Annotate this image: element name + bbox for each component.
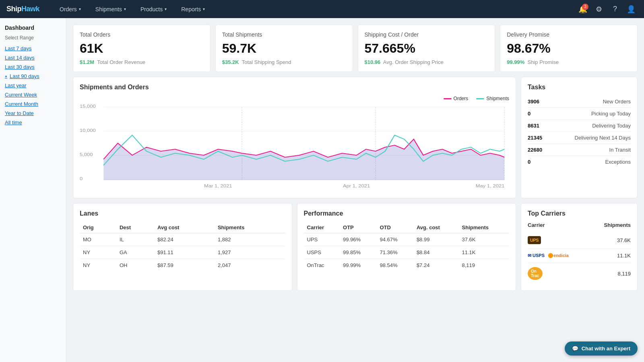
chat-label: Chat with an Expert bbox=[582, 346, 630, 352]
delivery-promise-title: Delivery Promise bbox=[507, 31, 631, 38]
sidebar-dashboard-title: Dashboard bbox=[5, 25, 61, 31]
products-chevron-icon: ▾ bbox=[165, 7, 167, 11]
sidebar-link-last-90-days[interactable]: Last 90 days bbox=[5, 72, 61, 81]
perf-col-shipments: Shipments bbox=[459, 222, 509, 233]
reports-chevron-icon: ▾ bbox=[203, 7, 205, 11]
task-label: Picking up Today bbox=[591, 111, 631, 117]
shipping-cost-sub-value: $10.96 bbox=[365, 59, 381, 65]
task-row: 0Exceptions bbox=[528, 156, 631, 168]
sidebar-link-current-week[interactable]: Current Week bbox=[5, 90, 61, 99]
app-logo: ShipHawk bbox=[6, 5, 39, 13]
perf-tbody: UPS99.96%94.67%$8.9937.6KUSPS99.85%71.36… bbox=[304, 233, 510, 272]
lanes-title: Lanes bbox=[80, 210, 285, 217]
app-body: Dashboard Select Range Last 7 daysLast 1… bbox=[0, 18, 644, 362]
total-orders-sub: $1.2M Total Order Revenue bbox=[80, 59, 204, 65]
chart-title: Shipments and Orders bbox=[80, 84, 509, 91]
shipments-chevron-icon: ▾ bbox=[124, 7, 126, 11]
task-row: 21345Delivering Next 14 Days bbox=[528, 132, 631, 144]
perf-col-otp: OTP bbox=[340, 222, 376, 233]
task-count: 0 bbox=[528, 159, 530, 165]
shipping-cost-sub: $10.96 Avg. Order Shipping Price bbox=[365, 59, 489, 65]
sidebar-range-label: Select Range bbox=[5, 35, 61, 41]
lanes-tbody: MOIL$82.241,882NYGA$91.111,927NYOH$87.59… bbox=[80, 233, 285, 272]
total-shipments-card: Total Shipments 59.7K $35.2K Total Shipp… bbox=[215, 25, 353, 72]
perf-col-avgcost: Avg. cost bbox=[413, 222, 459, 233]
orders-legend-label: Orders bbox=[454, 96, 469, 101]
nav-reports[interactable]: Reports ▾ bbox=[174, 0, 212, 18]
user-button[interactable]: 👤 bbox=[625, 3, 638, 16]
nav-orders[interactable]: Orders ▾ bbox=[52, 0, 88, 18]
total-shipments-sub-label: Total Shipping Spend bbox=[242, 59, 291, 65]
usps-text: ✉ USPS bbox=[528, 253, 545, 258]
sidebar-link-all-time[interactable]: All time bbox=[5, 118, 61, 127]
delivery-promise-sub: 99.99% Ship Promise bbox=[507, 59, 631, 65]
middle-row: Shipments and Orders Orders Shipments 15… bbox=[73, 77, 638, 198]
task-row: 8631Delivering Today bbox=[528, 120, 631, 132]
sidebar-links: Last 7 daysLast 14 daysLast 30 daysLast … bbox=[5, 44, 61, 127]
nav-icon-group: 🔔 3 ⚙ ? 👤 bbox=[576, 3, 638, 16]
lanes-col-avgcost: Avg cost bbox=[154, 222, 215, 233]
table-row: MOIL$82.241,882 bbox=[80, 233, 285, 246]
task-label: Exceptions bbox=[605, 159, 631, 165]
svg-text:May 1, 2021: May 1, 2021 bbox=[476, 183, 505, 189]
usps-shipments: 11.1K bbox=[617, 253, 631, 259]
sidebar-link-current-month[interactable]: Current Month bbox=[5, 99, 61, 109]
carrier-ups-row: UPS 37.6K bbox=[528, 232, 631, 249]
svg-text:Apr 1, 2021: Apr 1, 2021 bbox=[343, 183, 370, 189]
ontrac-logo-container: OnTrac bbox=[528, 267, 543, 280]
notifications-button[interactable]: 🔔 3 bbox=[576, 3, 589, 16]
carrier-header-shipments: Shipments bbox=[604, 222, 631, 228]
tasks-title: Tasks bbox=[528, 84, 631, 91]
lanes-card: Lanes Orig Dest Avg cost Shipments MOIL$… bbox=[73, 203, 292, 291]
svg-text:15,000: 15,000 bbox=[80, 104, 96, 109]
stat-cards-row: Total Orders 61K $1.2M Total Order Reven… bbox=[73, 25, 638, 72]
lanes-table: Orig Dest Avg cost Shipments MOIL$82.241… bbox=[80, 222, 285, 272]
delivery-promise-sub-label: Ship Promise bbox=[528, 59, 559, 65]
total-shipments-sub: $35.2K Total Shipping Spend bbox=[222, 59, 346, 65]
carrier-table-header: Carrier Shipments bbox=[528, 222, 631, 228]
shipping-cost-title: Shipping Cost / Order bbox=[365, 31, 489, 38]
chat-with-expert-button[interactable]: 💬 Chat with an Expert bbox=[565, 341, 638, 356]
total-orders-sub-label: Total Order Revenue bbox=[97, 59, 145, 65]
sidebar-link-last-30-days[interactable]: Last 30 days bbox=[5, 62, 61, 72]
sidebar-link-year-to-date[interactable]: Year to Date bbox=[5, 109, 61, 118]
sidebar-link-last-14-days[interactable]: Last 14 days bbox=[5, 53, 61, 62]
shipments-orders-chart-card: Shipments and Orders Orders Shipments 15… bbox=[73, 77, 516, 198]
sidebar-link-last-7-days[interactable]: Last 7 days bbox=[5, 44, 61, 53]
endicia-text: 🟠endicia bbox=[548, 253, 569, 258]
nav-products[interactable]: Products ▾ bbox=[133, 0, 174, 18]
chat-icon: 💬 bbox=[572, 346, 578, 352]
shipments-legend-label: Shipments bbox=[486, 96, 509, 101]
ups-logo-container: UPS bbox=[528, 236, 541, 244]
svg-marker-11 bbox=[103, 139, 504, 180]
settings-button[interactable]: ⚙ bbox=[592, 3, 605, 16]
performance-title: Performance bbox=[304, 210, 510, 217]
orders-legend-dot bbox=[444, 98, 452, 99]
total-orders-title: Total Orders bbox=[80, 31, 204, 38]
help-button[interactable]: ? bbox=[609, 3, 621, 16]
navbar: ShipHawk Orders ▾ Shipments ▾ Products ▾… bbox=[0, 0, 644, 18]
svg-text:Mar 1, 2021: Mar 1, 2021 bbox=[204, 183, 232, 189]
task-label: Delivering Today bbox=[592, 123, 631, 129]
nav-items: Orders ▾ Shipments ▾ Products ▾ Reports … bbox=[52, 0, 576, 18]
task-count: 3906 bbox=[528, 99, 539, 105]
top-carriers-card: Top Carriers Carrier Shipments UPS 37.6K… bbox=[521, 203, 638, 291]
table-row: USPS99.85%71.36%$8.8411.1K bbox=[304, 246, 510, 259]
task-count: 21345 bbox=[528, 135, 542, 141]
lanes-col-shipments: Shipments bbox=[215, 222, 285, 233]
nav-shipments[interactable]: Shipments ▾ bbox=[88, 0, 133, 18]
sidebar-link-last-year[interactable]: Last year bbox=[5, 81, 61, 90]
ontrac-logo: OnTrac bbox=[528, 267, 543, 280]
perf-col-carrier: Carrier bbox=[304, 222, 340, 233]
shipping-cost-sub-label: Avg. Order Shipping Price bbox=[383, 59, 444, 65]
performance-card: Performance Carrier OTP OTD Avg. cost Sh… bbox=[297, 203, 516, 291]
main-content: Total Orders 61K $1.2M Total Order Reven… bbox=[66, 18, 644, 362]
orders-chevron-icon: ▾ bbox=[79, 7, 81, 11]
task-row: 0Picking up Today bbox=[528, 108, 631, 120]
ontrac-shipments: 8,119 bbox=[617, 271, 631, 277]
carrier-usps-row: ✉ USPS 🟠endicia 11.1K bbox=[528, 249, 631, 263]
top-carriers-title: Top Carriers bbox=[528, 210, 631, 217]
chart-legend: Orders Shipments bbox=[80, 96, 509, 101]
total-orders-sub-value: $1.2M bbox=[80, 59, 94, 65]
total-shipments-title: Total Shipments bbox=[222, 31, 346, 38]
